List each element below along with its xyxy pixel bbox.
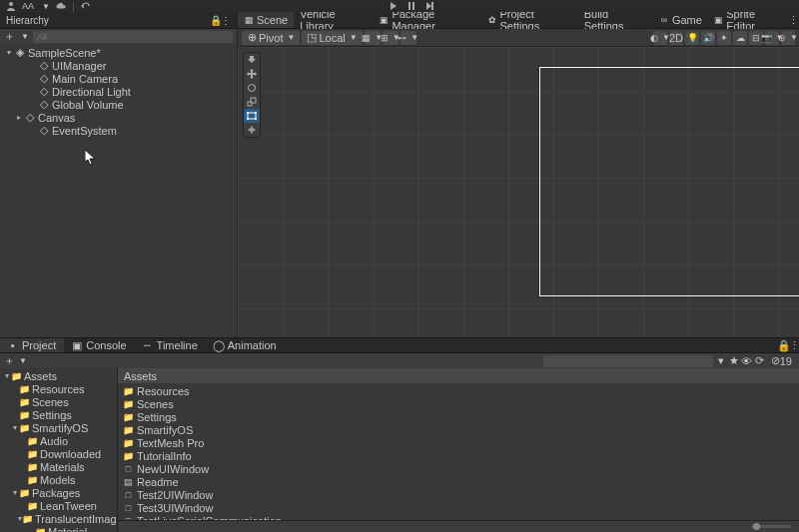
- rect-tool[interactable]: [244, 109, 260, 123]
- hierarchy-tab[interactable]: Hierarchy 🔒 ⋮: [0, 12, 237, 29]
- account-icon[interactable]: [6, 1, 16, 11]
- asset-row[interactable]: 📁TextMesh Pro: [118, 436, 799, 449]
- hidden-icon[interactable]: 👁: [742, 356, 752, 366]
- folder-row[interactable]: 📁Materials: [0, 460, 117, 473]
- folder-row[interactable]: 📁Downloaded: [0, 447, 117, 460]
- asset-row[interactable]: □Test2UIWindow: [118, 488, 799, 501]
- tab-build-settings[interactable]: Build Settings: [578, 12, 653, 28]
- favorite-icon[interactable]: ★: [729, 356, 739, 366]
- hidden-count[interactable]: ⊘19: [768, 356, 795, 366]
- scene-root[interactable]: ▾◈ SampleScene*: [0, 46, 237, 59]
- folder-icon: 📁: [27, 449, 38, 459]
- step-icon[interactable]: [424, 1, 434, 11]
- folder-row[interactable]: 📁Scenes: [0, 395, 117, 408]
- hierarchy-item[interactable]: ◇UIManager: [0, 59, 237, 72]
- folder-row[interactable]: 📁Resources: [0, 382, 117, 395]
- lighting-button[interactable]: 💡: [685, 31, 699, 45]
- asset-row[interactable]: ▤Readme: [118, 475, 799, 488]
- tab-vehicle-library[interactable]: Vehicle Library: [294, 12, 374, 28]
- grid-snap-button[interactable]: ▦▼: [365, 31, 381, 45]
- tool-palette: [243, 52, 261, 138]
- folder-row[interactable]: 📁Audio: [0, 434, 117, 447]
- lock-icon[interactable]: 🔒: [211, 15, 221, 25]
- hierarchy-item[interactable]: ◇Main Camera: [0, 72, 237, 85]
- folder-row[interactable]: 📁Settings: [0, 408, 117, 421]
- hierarchy-item[interactable]: ◇Global Volume: [0, 98, 237, 111]
- increment-snap-button[interactable]: ⊷▼: [400, 31, 416, 45]
- account-label[interactable]: AA: [22, 1, 34, 11]
- folder-row[interactable]: ▾📁Packages: [0, 486, 117, 499]
- fx-button[interactable]: ✦: [717, 31, 731, 45]
- folder-row[interactable]: ▾📁SmartifyOS: [0, 421, 117, 434]
- add-icon[interactable]: ＋: [4, 29, 15, 44]
- asset-row[interactable]: □Test3UIWindow: [118, 501, 799, 514]
- transform-tool[interactable]: [244, 123, 260, 137]
- move-tool[interactable]: [244, 67, 260, 81]
- panel-menu-icon[interactable]: ⋮: [789, 15, 799, 25]
- folder-row[interactable]: 📁Material: [0, 525, 117, 532]
- gizmo-toggle-button[interactable]: ⊛▼: [781, 31, 795, 45]
- tab-sprite-editor[interactable]: ▣Sprite Editor: [708, 12, 789, 28]
- hierarchy-item[interactable]: ◇Directional Light: [0, 85, 237, 98]
- pivot-button[interactable]: ⊕Pivot▼: [242, 31, 300, 45]
- cs-icon: □: [122, 490, 135, 500]
- svg-point-10: [255, 112, 257, 114]
- filter-icon[interactable]: ▾: [716, 356, 726, 366]
- folder-row[interactable]: 📁Models: [0, 473, 117, 486]
- tab-project[interactable]: ▪Project: [0, 338, 64, 352]
- project-toolbar: ＋▼ ▾ ★ 👁 ⟳ ⊘19: [0, 353, 799, 368]
- skybox-button[interactable]: ☁: [733, 31, 747, 45]
- tab-console[interactable]: ▣Console: [64, 338, 134, 352]
- asset-list: 📁Resources📁Scenes📁Settings📁SmartifyOS📁Te…: [118, 383, 799, 520]
- asset-row[interactable]: 📁Scenes: [118, 397, 799, 410]
- canvas-outline[interactable]: [539, 67, 799, 296]
- hierarchy-search[interactable]: [33, 31, 233, 43]
- tab-package-manager[interactable]: ▣Package Manager: [374, 12, 481, 28]
- asset-row[interactable]: 📁TutorialInfo: [118, 449, 799, 462]
- thumbnail-size-slider[interactable]: [751, 525, 791, 528]
- folder-row[interactable]: ▾📁Assets: [0, 369, 117, 382]
- asset-row[interactable]: □NewUIWindow: [118, 462, 799, 475]
- undo-icon[interactable]: [81, 1, 91, 11]
- asset-row[interactable]: 📁Resources: [118, 384, 799, 397]
- tab-scene[interactable]: ▦Scene: [238, 12, 294, 28]
- draw-mode-button[interactable]: ◐▼: [653, 31, 667, 45]
- cloud-icon[interactable]: [56, 1, 66, 11]
- project-search[interactable]: [543, 355, 713, 367]
- view-tool[interactable]: [244, 53, 260, 67]
- tab-game[interactable]: ∞Game: [653, 12, 708, 28]
- scene-view[interactable]: [238, 47, 799, 337]
- snap-button[interactable]: ⊞▼: [383, 31, 399, 45]
- scene-tabs: ▦Scene Vehicle Library ▣Package Manager …: [238, 12, 799, 29]
- add-icon[interactable]: ＋: [4, 353, 15, 368]
- lock-icon[interactable]: 🔒: [779, 340, 789, 350]
- camera-button[interactable]: 📷▼: [765, 31, 779, 45]
- asset-row[interactable]: 📁SmartifyOS: [118, 423, 799, 436]
- 2d-button[interactable]: 2D: [669, 31, 683, 45]
- panel-menu-icon[interactable]: ⋮: [221, 15, 231, 25]
- tab-timeline[interactable]: ╌Timeline: [135, 338, 206, 352]
- tab-animation[interactable]: ◯Animation: [206, 338, 285, 352]
- gear-icon: ✿: [487, 15, 496, 25]
- scale-tool[interactable]: [244, 95, 260, 109]
- scene-panel: ▦Scene Vehicle Library ▣Package Manager …: [238, 12, 799, 337]
- local-button[interactable]: ◳Local▼: [302, 31, 362, 45]
- cs-icon: □: [122, 464, 135, 474]
- gameobject-icon: ◇: [38, 124, 50, 137]
- pause-icon[interactable]: [406, 1, 416, 11]
- folder-row[interactable]: 📁LeanTween: [0, 499, 117, 512]
- tab-project-settings[interactable]: ✿Project Settings: [481, 12, 578, 28]
- refresh-icon[interactable]: ⟳: [755, 356, 765, 366]
- folder-icon: 📁: [27, 462, 38, 472]
- asset-row[interactable]: 📁Settings: [118, 410, 799, 423]
- hierarchy-item[interactable]: ▸◇Canvas: [0, 111, 237, 124]
- audio-button[interactable]: 🔊: [701, 31, 715, 45]
- rotate-tool[interactable]: [244, 81, 260, 95]
- folder-icon: 📁: [19, 397, 30, 407]
- hierarchy-item[interactable]: ◇EventSystem: [0, 124, 237, 137]
- top-toolbar: AA ▼ |: [0, 0, 799, 12]
- panel-menu-icon[interactable]: ⋮: [789, 340, 799, 350]
- account-dropdown-icon[interactable]: ▼: [42, 2, 50, 11]
- play-icon[interactable]: [389, 1, 399, 11]
- folder-row[interactable]: ▾📁TranslucentImage: [0, 512, 117, 525]
